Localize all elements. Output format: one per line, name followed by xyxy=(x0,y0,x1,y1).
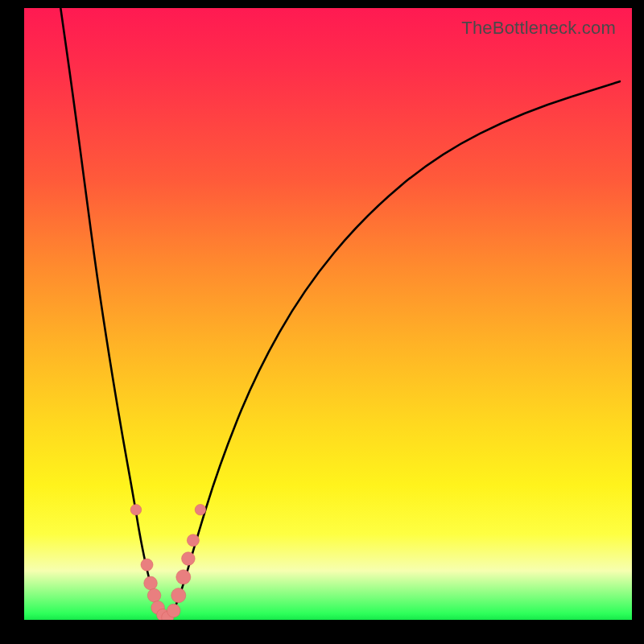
series-right-curve xyxy=(170,81,620,620)
data-marker xyxy=(182,552,196,566)
series-left-curve xyxy=(60,8,163,620)
curve-layer xyxy=(60,8,620,620)
chart-frame: TheBottleneck.com xyxy=(0,0,644,644)
data-marker xyxy=(144,576,158,590)
data-marker xyxy=(195,504,206,515)
data-marker xyxy=(176,570,191,584)
chart-plot-area: TheBottleneck.com xyxy=(24,8,632,620)
marker-layer xyxy=(130,504,206,620)
data-marker xyxy=(187,535,199,547)
data-marker xyxy=(147,588,161,602)
data-marker xyxy=(171,588,186,603)
data-marker xyxy=(141,559,153,571)
chart-svg xyxy=(24,8,632,620)
data-marker xyxy=(167,604,180,617)
data-marker xyxy=(130,504,142,515)
